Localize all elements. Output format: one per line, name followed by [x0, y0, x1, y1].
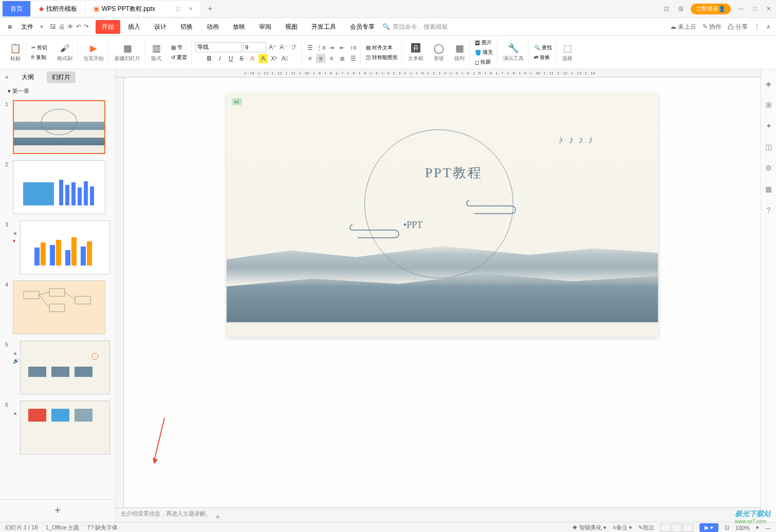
- rp-gallery-icon[interactable]: ◫: [765, 143, 772, 151]
- indent-dec-button[interactable]: ⇤: [338, 43, 347, 52]
- copy-button[interactable]: ⎘复制: [30, 53, 49, 62]
- collapse-panel-icon[interactable]: «: [5, 73, 9, 81]
- zoom-dropdown-icon[interactable]: ▾: [756, 524, 759, 531]
- cloud-button[interactable]: ☁未上云: [670, 23, 696, 31]
- thumb-4[interactable]: 4: [5, 280, 110, 334]
- bullets-button[interactable]: ☰: [305, 43, 315, 52]
- textbox-button[interactable]: 🅰文本框: [406, 42, 426, 63]
- preview-icon[interactable]: 👁: [67, 23, 73, 30]
- tab-current-file[interactable]: ▣ WPS PPT教程.pptx ⊡ ×: [86, 1, 200, 16]
- thumb-3[interactable]: 3 ★●: [5, 220, 110, 274]
- bold-button[interactable]: B: [205, 54, 214, 63]
- slide-comment-tag[interactable]: a1: [232, 98, 242, 105]
- menu-devtools[interactable]: 开发工具: [305, 20, 342, 34]
- menu-transition[interactable]: 切换: [174, 20, 199, 34]
- menu-design[interactable]: 设计: [148, 20, 173, 34]
- normal-view-button[interactable]: [660, 524, 671, 532]
- italic-button[interactable]: I: [215, 54, 225, 63]
- close-icon[interactable]: ✕: [764, 3, 773, 14]
- increase-font-icon[interactable]: A⁺: [268, 43, 277, 52]
- thumb-image-5[interactable]: [20, 340, 110, 394]
- thumb-2[interactable]: 2: [5, 160, 110, 214]
- more-icon[interactable]: ⋮: [754, 23, 760, 30]
- outline-button[interactable]: ◻轮廓: [473, 58, 494, 66]
- rp-style-icon[interactable]: ⊞: [766, 101, 772, 109]
- slide-title[interactable]: PPT教程: [425, 164, 483, 182]
- command-search[interactable]: 🔍 查找命令、搜索模板: [382, 23, 448, 31]
- layout-icon[interactable]: ⊡: [662, 3, 671, 14]
- highlight-button[interactable]: A: [258, 54, 268, 63]
- distribute-button[interactable]: ☰: [348, 54, 358, 63]
- thumb-image-2[interactable]: [13, 160, 105, 214]
- reset-button[interactable]: ↺重置: [170, 53, 189, 62]
- align-justify-button[interactable]: ≣: [338, 54, 347, 63]
- menu-member[interactable]: 会员专享: [344, 20, 381, 34]
- tab-home[interactable]: 首页: [3, 1, 30, 16]
- notes-toggle[interactable]: ≡备注 ▾: [613, 524, 632, 531]
- tab-overflow-icon[interactable]: ⊡: [176, 5, 181, 12]
- menu-insert[interactable]: 插入: [122, 20, 146, 34]
- indent-inc-button[interactable]: ⇥: [327, 43, 336, 52]
- numbering-button[interactable]: ⋮≡: [316, 43, 325, 52]
- rp-settings-icon[interactable]: ⚙: [765, 164, 772, 172]
- decrease-font-icon[interactable]: A⁻: [279, 43, 288, 52]
- file-dropdown-icon[interactable]: ▾: [40, 23, 43, 30]
- new-slide-button[interactable]: ▦新建幻灯片: [113, 42, 142, 63]
- zoom-out-icon[interactable]: —: [765, 525, 771, 531]
- zoom-level[interactable]: 100%: [735, 525, 750, 531]
- cut-button[interactable]: ✂剪切: [30, 44, 49, 52]
- align-center-button[interactable]: ≡: [316, 54, 325, 63]
- collapse-ribbon-icon[interactable]: ∧: [766, 23, 771, 30]
- add-tab-button[interactable]: +: [201, 4, 218, 13]
- menu-start[interactable]: 开始: [96, 20, 120, 34]
- select-button[interactable]: ⬚选择: [560, 42, 575, 63]
- smartart-button[interactable]: ◫转智能图形: [364, 53, 399, 62]
- apps-icon[interactable]: ⊞: [676, 3, 686, 14]
- thumb-image-3[interactable]: [20, 220, 110, 274]
- beautify-button[interactable]: ◈ 智能美化 ▾: [572, 524, 606, 531]
- slide-from-button[interactable]: ▶当页开始: [81, 42, 106, 63]
- missing-font-button[interactable]: T? 缺失字体: [87, 524, 118, 531]
- share-button[interactable]: 凸分享: [728, 23, 748, 31]
- undo-icon[interactable]: ↶: [76, 23, 81, 30]
- replace-button[interactable]: ⇄替换: [532, 53, 553, 62]
- slideshow-button[interactable]: ▶ ▾: [699, 523, 718, 532]
- login-button[interactable]: 立即登录 👤: [691, 4, 731, 14]
- fill-button[interactable]: 🪣填充: [473, 48, 494, 56]
- outline-tab[interactable]: 大纲: [16, 71, 39, 83]
- arrange-button[interactable]: ▦排列: [452, 42, 467, 63]
- superscript-button[interactable]: X²: [269, 54, 279, 63]
- minimize-icon[interactable]: —: [736, 3, 746, 14]
- thumb-image-1[interactable]: [13, 100, 105, 154]
- slide-canvas[interactable]: a1 PPT教程 •PPT 𝅘𝅥𝅱 𝅘𝅥𝅱 𝅘𝅥𝅱 𝅘𝅥𝅱: [227, 93, 658, 337]
- format-painter-button[interactable]: 🖌格式刷: [55, 42, 75, 63]
- align-text-button[interactable]: ▤对齐文本: [364, 44, 399, 52]
- change-case-icon[interactable]: ℱ: [289, 43, 299, 52]
- font-size-select[interactable]: [243, 42, 266, 52]
- save-icon[interactable]: 🖫: [50, 23, 56, 30]
- rp-templates-icon[interactable]: ▦: [765, 185, 772, 193]
- find-button[interactable]: 🔍查找: [532, 44, 553, 52]
- thumb-image-6[interactable]: [20, 401, 110, 454]
- thumb-6[interactable]: 6 ★: [5, 401, 110, 454]
- redo-icon[interactable]: ↷: [84, 23, 89, 30]
- align-right-button[interactable]: ≡: [327, 54, 336, 63]
- comments-toggle[interactable]: ✎批注: [638, 524, 654, 531]
- font-color-button[interactable]: A: [248, 54, 257, 63]
- rp-help-icon[interactable]: ?: [767, 206, 771, 214]
- layout-button[interactable]: ▥版式: [149, 42, 163, 63]
- tab-close-icon[interactable]: ×: [189, 5, 193, 13]
- paste-button[interactable]: 📋粘贴: [8, 42, 23, 63]
- rp-animation-icon[interactable]: ✦: [766, 122, 772, 130]
- tab-templates[interactable]: ◆ 找稻壳模板: [31, 1, 85, 16]
- fit-button[interactable]: ⊡: [725, 524, 729, 531]
- thumb-1[interactable]: 1: [5, 100, 110, 154]
- menu-slideshow[interactable]: 放映: [227, 20, 251, 34]
- slide-subtitle[interactable]: •PPT: [403, 220, 422, 231]
- collab-button[interactable]: ✎协作: [703, 23, 722, 31]
- file-menu[interactable]: 文件: [16, 21, 39, 33]
- section-button[interactable]: ▤节: [170, 44, 189, 52]
- tools-button[interactable]: 🔧演示工具: [501, 42, 526, 63]
- shape-button[interactable]: ◯形状: [432, 42, 446, 63]
- align-left-button[interactable]: ≡: [305, 54, 315, 63]
